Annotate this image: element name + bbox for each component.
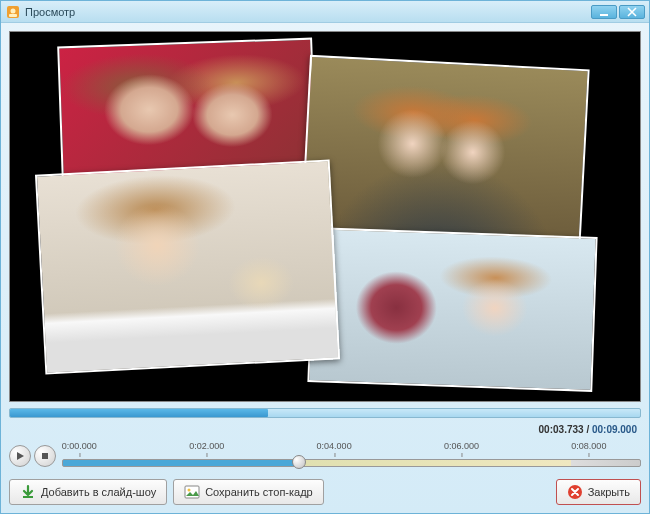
svg-point-7 (188, 489, 191, 492)
time-display: 00:03.733 / 00:09.000 (9, 424, 641, 435)
svg-rect-2 (9, 14, 17, 17)
svg-rect-6 (185, 486, 199, 498)
window-controls (591, 5, 645, 19)
timeline-track[interactable] (62, 459, 641, 467)
close-button[interactable]: Закрыть (556, 479, 641, 505)
svg-point-1 (11, 8, 16, 13)
window-title: Просмотр (25, 6, 591, 18)
minimize-button[interactable] (591, 5, 617, 19)
stop-button[interactable] (34, 445, 56, 467)
add-to-slideshow-button[interactable]: Добавить в слайд-шоу (9, 479, 167, 505)
timeline-ticks: 0:00.000 0:02.000 0:04.000 0:06.000 0:08… (62, 441, 641, 455)
cancel-icon (567, 484, 583, 500)
picture-icon (184, 484, 200, 500)
button-label: Добавить в слайд-шоу (41, 486, 156, 498)
app-icon (5, 4, 21, 20)
svg-rect-3 (600, 14, 608, 16)
play-button[interactable] (9, 445, 31, 467)
titlebar: Просмотр (1, 1, 649, 23)
timeline-thumb[interactable] (292, 455, 306, 469)
current-time: 00:03.733 (539, 424, 584, 435)
collage-photo (35, 159, 340, 374)
photo-collage (10, 32, 640, 401)
timeline-row: 0:00.000 0:02.000 0:04.000 0:06.000 0:08… (9, 441, 641, 471)
timeline-tick: 0:02.000 (189, 441, 224, 451)
button-label: Сохранить стоп-кадр (205, 486, 313, 498)
spacer (330, 479, 550, 505)
preview-viewport (9, 31, 641, 402)
timeline[interactable]: 0:00.000 0:02.000 0:04.000 0:06.000 0:08… (62, 441, 641, 471)
total-time: 00:09.000 (592, 424, 637, 435)
progress-bar[interactable] (9, 408, 641, 418)
close-window-button[interactable] (619, 5, 645, 19)
svg-rect-5 (23, 496, 33, 498)
arrow-down-icon (20, 484, 36, 500)
time-separator: / (584, 424, 592, 435)
timeline-tick: 0:08.000 (571, 441, 606, 451)
button-label: Закрыть (588, 486, 630, 498)
timeline-tick: 0:04.000 (317, 441, 352, 451)
collage-photo (300, 55, 589, 254)
collage-photo (307, 227, 597, 392)
save-frame-button[interactable]: Сохранить стоп-кадр (173, 479, 324, 505)
timeline-tick: 0:00.000 (62, 441, 97, 451)
preview-window: Просмотр 00:03.733 / 00:09.000 (0, 0, 650, 514)
progress-fill (10, 409, 268, 417)
svg-rect-4 (42, 453, 48, 459)
playback-controls (9, 445, 56, 467)
footer-buttons: Добавить в слайд-шоу Сохранить стоп-кадр… (9, 477, 641, 505)
timeline-tick: 0:06.000 (444, 441, 479, 451)
content-area: 00:03.733 / 00:09.000 0:00.000 0:02.000 … (1, 23, 649, 513)
